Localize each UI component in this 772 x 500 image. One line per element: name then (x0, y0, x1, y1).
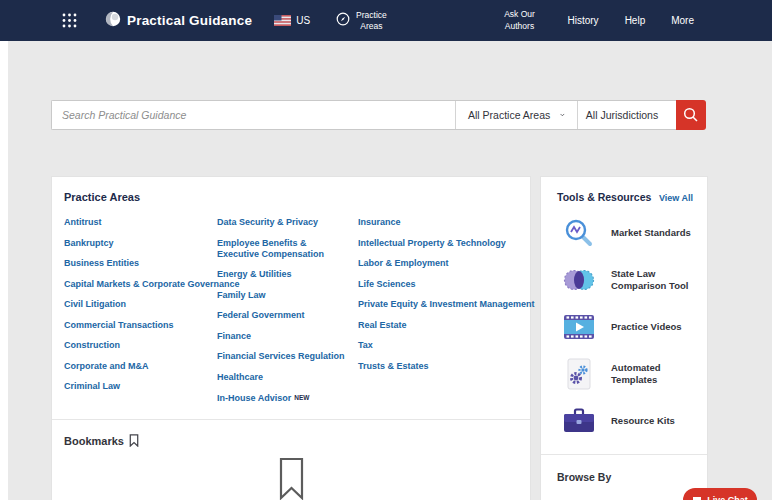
jurisdiction-filter-value: All Jurisdictions (586, 109, 658, 121)
brand-title: Practical Guidance (127, 13, 252, 28)
in-house-advisor-label: In-House Advisor (217, 393, 291, 403)
link-civil-litigation[interactable]: Civil Litigation (64, 299, 126, 310)
bookmark-large-icon (278, 457, 305, 500)
practice-areas-column-3: Insurance Intellectual Property & Techno… (358, 217, 518, 404)
tool-label: State Law Comparison Tool (611, 268, 697, 292)
nav-ask-our-authors[interactable]: Ask Our Authors (498, 9, 542, 31)
tools-list: Market Standards State Law Comparison To… (541, 203, 707, 444)
link-family-law[interactable]: Family Law (217, 290, 266, 301)
bookmarks-title: Bookmarks (64, 435, 124, 447)
compass-icon (336, 12, 350, 30)
top-nav-bar: Practical Guidance US (0, 0, 772, 41)
search-bar: All Practice Areas All Jurisdictions (51, 100, 706, 130)
link-tax[interactable]: Tax (358, 340, 373, 351)
chat-bubble-icon (692, 496, 702, 500)
link-capital-markets[interactable]: Capital Markets & Corporate Governance (64, 279, 240, 290)
link-private-equity[interactable]: Private Equity & Investment Management (358, 299, 535, 310)
nav-help[interactable]: Help (625, 15, 646, 26)
venn-diagram-icon (563, 264, 595, 296)
nav-history[interactable]: History (568, 15, 599, 26)
briefcase-icon (563, 405, 595, 437)
document-gears-icon (563, 358, 595, 390)
search-button[interactable] (676, 100, 706, 130)
tool-label: Market Standards (611, 227, 691, 239)
practice-areas-card: Practice Areas Antitrust Bankruptcy Busi… (51, 176, 531, 500)
link-bankruptcy[interactable]: Bankruptcy (64, 238, 114, 249)
region-label: US (296, 15, 310, 26)
link-trusts-estates[interactable]: Trusts & Estates (358, 361, 429, 372)
link-criminal-law[interactable]: Criminal Law (64, 381, 120, 392)
link-insurance[interactable]: Insurance (358, 217, 401, 228)
live-chat-label: Live Chat (707, 495, 748, 500)
new-badge: NEW (294, 394, 309, 401)
nav-more[interactable]: More (671, 15, 694, 26)
practice-areas-column-1: Antitrust Bankruptcy Business Entities C… (64, 217, 217, 404)
tools-resources-card: Tools & Resources View All Market Standa… (540, 176, 708, 500)
bookmarks-section: Bookmarks (52, 419, 530, 500)
link-federal-government[interactable]: Federal Government (217, 310, 305, 321)
film-strip-icon (563, 311, 595, 343)
link-employee-benefits[interactable]: Employee Benefits & Executive Compensati… (217, 238, 349, 260)
link-antitrust[interactable]: Antitrust (64, 217, 102, 228)
app-launcher-grid-icon[interactable] (62, 13, 77, 28)
live-chat-button[interactable]: Live Chat (683, 488, 757, 500)
logo-sphere-icon (105, 11, 121, 31)
tool-item-practice-videos[interactable]: Practice Videos (563, 303, 697, 350)
us-flag-icon (274, 12, 291, 30)
search-input[interactable] (52, 101, 455, 129)
tools-resources-title: Tools & Resources (557, 191, 651, 203)
tool-item-state-law-comparison[interactable]: State Law Comparison Tool (563, 256, 697, 303)
chevron-down-icon (560, 112, 565, 118)
tool-item-resource-kits[interactable]: Resource Kits (563, 397, 697, 444)
link-business-entities[interactable]: Business Entities (64, 258, 139, 269)
region-selector[interactable]: US (274, 12, 310, 30)
link-ip-technology[interactable]: Intellectual Property & Technology (358, 238, 506, 249)
tool-label: Automated Templates (611, 362, 697, 386)
link-commercial-transactions[interactable]: Commercial Transactions (64, 320, 174, 331)
link-labor-employment[interactable]: Labor & Employment (358, 258, 449, 269)
tool-item-market-standards[interactable]: Market Standards (563, 209, 697, 256)
browse-by-title: Browse By (541, 455, 707, 483)
magnifier-chart-icon (563, 217, 595, 249)
link-corporate-ma[interactable]: Corporate and M&A (64, 361, 149, 372)
tool-item-automated-templates[interactable]: Automated Templates (563, 350, 697, 397)
link-energy-utilities[interactable]: Energy & Utilities (217, 269, 292, 280)
link-financial-services-regulation[interactable]: Financial Services Regulation (217, 351, 345, 362)
practical-guidance-logo[interactable]: Practical Guidance (105, 11, 252, 31)
link-life-sciences[interactable]: Life Sciences (358, 279, 416, 290)
practice-areas-menu-label: Practice Areas (356, 10, 387, 31)
link-healthcare[interactable]: Healthcare (217, 372, 263, 383)
link-construction[interactable]: Construction (64, 340, 120, 351)
view-all-link[interactable]: View All (659, 193, 693, 203)
jurisdiction-filter-dropdown[interactable]: All Jurisdictions (577, 101, 676, 129)
link-finance[interactable]: Finance (217, 331, 251, 342)
tool-label: Practice Videos (611, 321, 682, 333)
tool-label: Resource Kits (611, 415, 675, 427)
search-icon (683, 107, 699, 123)
practice-areas-links: Antitrust Bankruptcy Business Entities C… (64, 217, 518, 404)
practice-areas-menu[interactable]: Practice Areas (336, 10, 387, 31)
link-data-security-privacy[interactable]: Data Security & Privacy (217, 217, 318, 228)
link-in-house-advisor[interactable]: In-House AdvisorNEW (217, 392, 309, 404)
practice-area-filter-dropdown[interactable]: All Practice Areas (455, 101, 577, 129)
practice-areas-title: Practice Areas (64, 191, 518, 203)
practice-area-filter-value: All Practice Areas (468, 109, 550, 121)
link-real-estate[interactable]: Real Estate (358, 320, 407, 331)
bookmark-small-icon (129, 434, 139, 447)
practice-areas-column-2: Data Security & Privacy Employee Benefit… (217, 217, 358, 404)
